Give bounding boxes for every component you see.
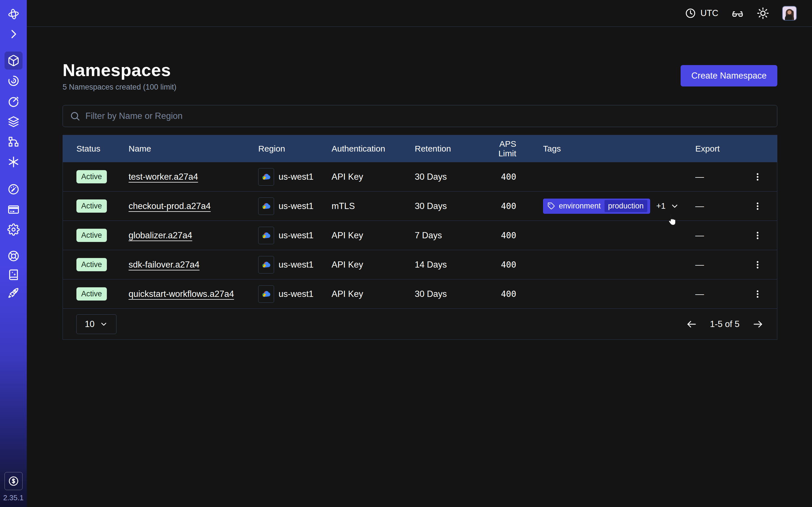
namespace-link[interactable]: quickstart-workflows.a27a4 (129, 289, 234, 299)
main-content: Namespaces 5 Namespaces created (100 lim… (63, 27, 777, 340)
tag-key: environment (559, 202, 601, 210)
schedules-icon (7, 95, 20, 108)
auth-label: API Key (332, 172, 415, 182)
col-tags: Tags (516, 144, 695, 154)
sidebar-item-support[interactable] (7, 250, 20, 262)
export-value: — (695, 230, 752, 240)
batch-operations-icon (7, 115, 20, 128)
region-label: us-west1 (278, 230, 313, 240)
sidebar-item-pricing[interactable] (4, 472, 22, 490)
export-value: — (695, 260, 752, 270)
aps-limit-value: 400 (479, 201, 516, 211)
create-namespace-button[interactable]: Create Namespace (680, 65, 777, 87)
kebab-icon (753, 202, 762, 211)
auth-label: API Key (332, 230, 415, 240)
namespaces-icon (7, 54, 20, 67)
tags-expand-button[interactable] (670, 202, 679, 211)
region-label: us-west1 (278, 201, 313, 211)
kebab-icon (753, 172, 762, 182)
sidebar-item-usage[interactable] (7, 183, 20, 195)
col-status: Status (77, 144, 129, 154)
namespace-link[interactable]: test-worker.a27a4 (129, 172, 198, 182)
tag-more-count: +1 (656, 202, 666, 211)
settings-icon (7, 223, 20, 236)
row-menu-button[interactable] (752, 172, 763, 182)
pricing-icon (8, 475, 19, 487)
aps-limit-value: 400 (479, 172, 516, 182)
aps-limit-value: 400 (479, 289, 516, 299)
prev-page-button[interactable] (686, 319, 697, 330)
avatar-image (783, 6, 796, 20)
sun-icon (757, 7, 769, 19)
col-authentication: Authentication (332, 144, 415, 154)
clock-icon (685, 8, 696, 19)
app-version: 2.35.1 (0, 494, 27, 502)
col-region: Region (258, 144, 332, 154)
kebab-icon (753, 260, 762, 270)
usage-icon (7, 183, 20, 195)
status-badge: Active (77, 200, 107, 213)
sidebar-item-settings[interactable] (7, 223, 20, 236)
col-export: Export (695, 144, 752, 154)
namespace-link[interactable]: globalizer.a27a4 (129, 230, 192, 240)
col-retention: Retention (415, 144, 479, 154)
table-row: Active sdk-failover.a27a4 us-west1 (63, 250, 777, 279)
row-menu-button[interactable] (752, 289, 763, 299)
tag-pill[interactable]: environment production (543, 199, 650, 214)
expand-chevron-icon[interactable] (7, 28, 20, 40)
timezone-button[interactable]: UTC (685, 8, 718, 19)
sidebar-item-docs[interactable] (7, 269, 20, 281)
support-icon (7, 250, 20, 262)
theme-toggle-button[interactable] (757, 7, 769, 19)
kebab-icon (753, 231, 762, 240)
sidebar-item-namespaces[interactable] (4, 52, 22, 69)
row-menu-button[interactable] (752, 260, 763, 270)
sidebar-item-nexus[interactable] (7, 156, 20, 168)
kebab-icon (753, 289, 762, 299)
pagination: 1-5 of 5 (686, 319, 763, 330)
page-size-select[interactable]: 10 (77, 314, 116, 334)
arrow-left-icon (686, 319, 697, 330)
sidebar-item-batch-operations[interactable] (7, 115, 20, 128)
sidebar-item-getting-started[interactable] (7, 287, 20, 299)
sidebar-item-deployments[interactable] (7, 135, 20, 148)
namespace-link[interactable]: sdk-failover.a27a4 (129, 260, 200, 270)
page-subtitle: 5 Namespaces created (100 limit) (63, 83, 176, 92)
gcp-icon (258, 227, 274, 244)
gcp-icon (258, 285, 274, 303)
status-badge: Active (77, 258, 107, 271)
retention-label: 30 Days (415, 201, 479, 211)
col-aps-limit: APS Limit (479, 139, 516, 158)
sidebar-item-workflows[interactable] (7, 75, 20, 87)
namespaces-table: Status Name Region Authentication Retent… (63, 135, 777, 340)
temporal-logo[interactable] (7, 8, 20, 20)
nexus-icon (7, 156, 20, 168)
region-label: us-west1 (278, 289, 313, 299)
filter-bar[interactable] (63, 105, 777, 127)
filter-input[interactable] (86, 111, 770, 121)
next-page-button[interactable] (752, 319, 763, 330)
user-avatar[interactable] (782, 6, 797, 20)
table-footer: 10 1-5 of 5 (63, 308, 777, 339)
retention-label: 14 Days (415, 260, 479, 270)
row-menu-button[interactable] (752, 202, 763, 211)
feedback-button[interactable] (731, 7, 744, 19)
namespace-link[interactable]: checkout-prod.a27a4 (129, 201, 211, 211)
glasses-icon (731, 7, 744, 19)
status-badge: Active (77, 287, 107, 300)
sidebar-item-billing[interactable] (7, 203, 20, 216)
arrow-right-icon (752, 319, 763, 330)
page-range-label: 1-5 of 5 (710, 319, 740, 329)
table-row: Active test-worker.a27a4 us-west1 (63, 162, 777, 191)
workflows-icon (7, 75, 20, 87)
region-label: us-west1 (278, 172, 313, 182)
row-menu-button[interactable] (752, 231, 763, 240)
auth-label: mTLS (332, 201, 415, 211)
sidebar-item-schedules[interactable] (7, 95, 20, 108)
retention-label: 30 Days (415, 172, 479, 182)
page-size-value: 10 (85, 319, 94, 329)
col-name: Name (129, 144, 258, 154)
export-value: — (695, 201, 752, 211)
getting-started-icon (7, 287, 20, 299)
docs-icon (7, 269, 20, 281)
